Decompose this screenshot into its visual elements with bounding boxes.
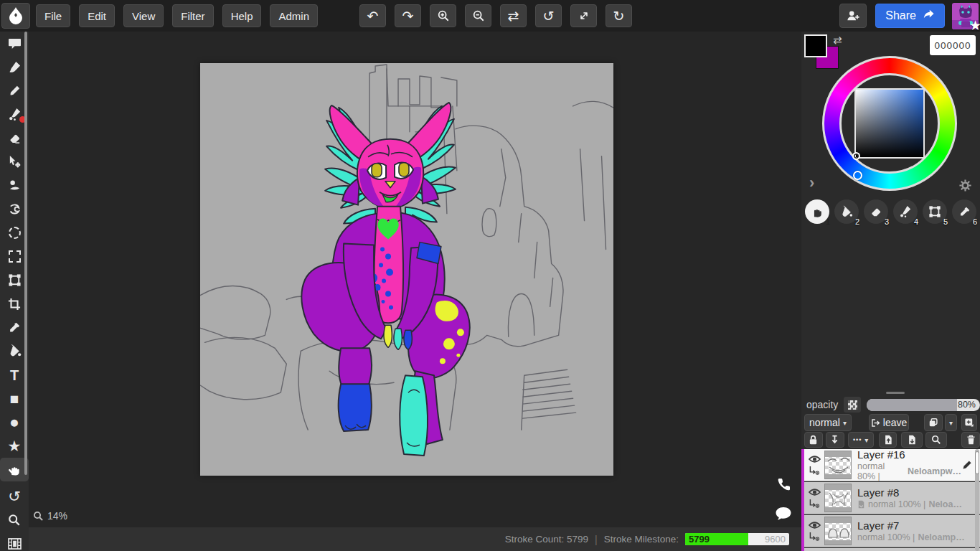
user-avatar[interactable]: ★: [952, 3, 979, 29]
duplicate-options-dropdown[interactable]: ▾: [945, 414, 957, 431]
share-arrow-icon: [922, 9, 935, 23]
tools-sidebar: T ■ ● ★ ↺: [0, 32, 29, 551]
duplicate-layer-button[interactable]: [924, 414, 943, 431]
collapse-panel-chevron[interactable]: ›: [809, 175, 814, 191]
menu-view[interactable]: View: [123, 4, 164, 27]
opacity-slider[interactable]: 80%: [867, 399, 980, 411]
caret-icon: ▾: [864, 436, 868, 444]
slot-number: 4: [914, 217, 918, 226]
hex-color-input[interactable]: 000000: [930, 35, 976, 55]
layer-solo-icon[interactable]: [809, 466, 820, 475]
lock-layer-button[interactable]: [804, 432, 823, 448]
saturation-value-picker[interactable]: [854, 88, 925, 159]
layers-scrollbar-thumb[interactable]: [975, 451, 979, 474]
layer-thumbnail[interactable]: [824, 484, 852, 512]
layer-row[interactable]: Layer #16 normal 80% |Neloampw…: [804, 449, 980, 481]
rename-layer-icon[interactable]: [961, 459, 973, 471]
sidebar-scrollbar[interactable]: [24, 32, 27, 475]
top-toolbar: File Edit View Filter Help Admin ↶ ↷ ⇄ ↺…: [0, 0, 980, 32]
zoom-in-button[interactable]: [430, 4, 456, 27]
reset-rotation-button[interactable]: ↺: [0, 484, 29, 508]
zoom-indicator[interactable]: 14%: [33, 510, 67, 522]
layer-solo-icon[interactable]: [809, 532, 820, 541]
layer-visibility-icon[interactable]: [809, 521, 821, 529]
flip-canvas-button[interactable]: ⇄: [500, 4, 527, 27]
flip-icon: ⇄: [508, 8, 519, 24]
menu-filter[interactable]: Filter: [172, 4, 213, 27]
slot-number: 6: [973, 217, 977, 226]
tool-slot-eraser[interactable]: 3: [864, 199, 888, 224]
menu-file[interactable]: File: [36, 4, 70, 27]
alpha-lock-button[interactable]: [844, 397, 861, 413]
share-button[interactable]: Share: [875, 4, 945, 28]
menu-edit[interactable]: Edit: [79, 4, 115, 27]
layer-row-partial[interactable]: [804, 548, 980, 551]
layer-thumbnail[interactable]: [824, 517, 852, 545]
merge-down-icon: [830, 435, 839, 445]
layer-name[interactable]: Layer #16: [857, 448, 961, 462]
move-icon: [9, 156, 15, 165]
menu-help[interactable]: Help: [222, 4, 262, 27]
slot-number: 2: [855, 217, 859, 226]
invite-user-button[interactable]: [839, 4, 867, 28]
canvas-document[interactable]: [200, 63, 613, 476]
layer-mode: normal 80% |: [857, 461, 905, 481]
chat-bubble-icon: [776, 507, 791, 520]
voice-call-button[interactable]: [776, 476, 792, 495]
eraser-icon: [10, 135, 19, 143]
color-settings-gear-icon[interactable]: [959, 179, 971, 194]
file-upload-icon: [884, 435, 892, 445]
sv-marker[interactable]: [852, 152, 860, 160]
eyedropper-icon: [960, 207, 969, 215]
rotate-ccw-button[interactable]: ↺: [535, 4, 562, 27]
tool-slot-inkbrush[interactable]: 4: [893, 199, 918, 224]
layer-row[interactable]: Layer #7 normal 100% |Neloamp…: [804, 515, 980, 547]
layer-thumbnail[interactable]: [824, 451, 852, 479]
layer-row[interactable]: Layer #8 normal 100% |Neloa…: [804, 482, 980, 514]
ellipse-icon: ●: [9, 414, 19, 430]
fill-icon: [11, 344, 19, 355]
layer-visibility-icon[interactable]: [809, 455, 821, 463]
tool-slot-transform[interactable]: 5: [923, 199, 947, 224]
app-logo-icon[interactable]: [1, 3, 30, 29]
chat-toggle-button[interactable]: [775, 507, 792, 524]
fit-screen-button[interactable]: [570, 4, 597, 27]
milestone-current: 5799: [689, 534, 710, 545]
blend-mode-dropdown[interactable]: normal▾: [804, 414, 852, 431]
layer-visibility-icon[interactable]: [809, 488, 821, 496]
inkbrush-icon: [11, 108, 20, 118]
tool-slot-hand[interactable]: 1: [805, 199, 829, 224]
layer-mode: normal 100% |: [868, 499, 925, 509]
undo-button[interactable]: ↶: [359, 4, 386, 27]
leave-layer-button[interactable]: leave: [869, 414, 909, 431]
timelapse-button[interactable]: [0, 532, 29, 551]
export-layer-button[interactable]: [901, 432, 923, 448]
layer-solo-icon[interactable]: [809, 499, 820, 508]
zoom-tool[interactable]: [0, 508, 29, 532]
more-options-dropdown[interactable]: •••▾: [848, 432, 874, 448]
canvas-viewport[interactable]: 14%: [29, 32, 801, 527]
menu-admin[interactable]: Admin: [270, 4, 318, 27]
search-layers-button[interactable]: [925, 432, 947, 448]
merge-down-button[interactable]: [826, 432, 844, 448]
zoom-out-button[interactable]: [465, 4, 491, 27]
canvas-artwork[interactable]: [200, 63, 613, 476]
redo-button[interactable]: ↷: [395, 4, 421, 27]
import-layer-button[interactable]: [879, 432, 897, 448]
tool-slot-fill[interactable]: 2: [834, 199, 859, 224]
delete-layer-button[interactable]: [961, 432, 980, 448]
layer-name[interactable]: Layer #7: [857, 519, 980, 533]
swap-colors-icon[interactable]: ⇄: [833, 34, 842, 47]
tool-slot-eyedropper[interactable]: 6: [952, 199, 976, 224]
clipping-mask-icon: [857, 500, 865, 509]
layer-name[interactable]: Layer #8: [857, 486, 980, 500]
star-icon: ★: [8, 438, 22, 453]
add-layer-button[interactable]: [961, 414, 977, 431]
trash-icon: [966, 435, 976, 445]
panel-resize-handle[interactable]: [886, 392, 905, 394]
primary-color-swatch[interactable]: [804, 34, 827, 57]
reset-rotation-icon: ↺: [8, 489, 21, 504]
hue-marker[interactable]: [853, 171, 862, 180]
slot-number: 1: [826, 217, 830, 226]
reset-view-button[interactable]: ↻: [606, 4, 632, 27]
